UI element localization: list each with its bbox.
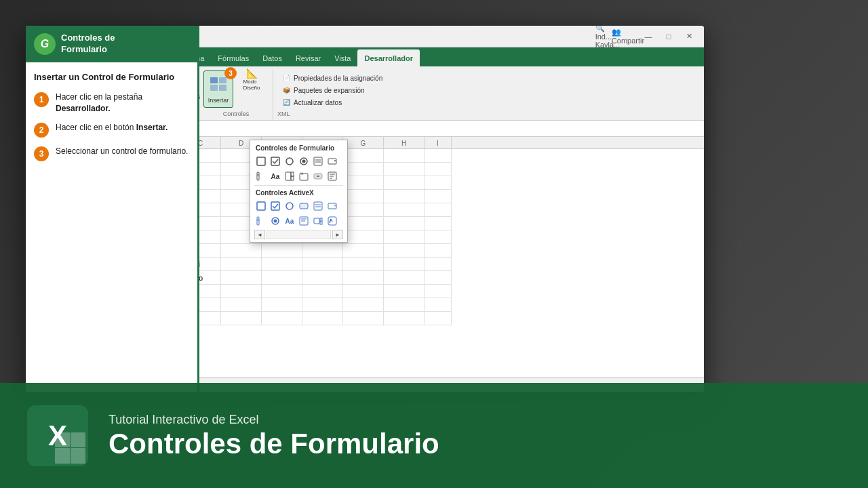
activex-ctrl-7[interactable] <box>254 215 268 227</box>
cell-i11[interactable] <box>425 285 452 298</box>
cell-g11[interactable] <box>343 285 384 298</box>
minimize-button[interactable]: — <box>639 29 658 44</box>
form-ctrl-aa-label[interactable]: Aa <box>269 170 282 182</box>
activex-ctrl-10[interactable] <box>297 215 311 227</box>
cell-g4[interactable] <box>343 190 384 203</box>
cell-e13[interactable] <box>262 312 302 325</box>
cell-f11[interactable] <box>302 285 343 298</box>
cell-g8[interactable] <box>343 244 384 258</box>
cell-h13[interactable] <box>384 312 425 325</box>
cell-d9[interactable] <box>221 258 262 271</box>
activex-ctrl-3[interactable] <box>283 200 296 212</box>
cell-i6[interactable] <box>425 217 452 230</box>
activex-ctrl-11[interactable] <box>311 215 325 227</box>
tab-datos[interactable]: Datos <box>256 49 289 66</box>
cell-d10[interactable] <box>221 271 262 285</box>
popup-scroll-right[interactable]: ► <box>332 230 343 239</box>
insertar-button[interactable]: Insertar 3 <box>203 70 233 108</box>
cell-e10[interactable] <box>262 271 302 285</box>
form-ctrl-radio[interactable] <box>283 155 296 167</box>
tab-revisar[interactable]: Revisar <box>289 49 328 66</box>
activex-ctrl-2[interactable] <box>269 200 282 212</box>
cell-h9[interactable] <box>384 258 425 271</box>
cell-h12[interactable] <box>384 298 425 312</box>
tab-vista[interactable]: Vista <box>328 49 357 66</box>
cell-e8[interactable] <box>262 244 302 258</box>
cell-g6[interactable] <box>343 217 384 230</box>
cell-e9[interactable] <box>262 258 302 271</box>
cell-e12[interactable] <box>262 298 302 312</box>
cell-g10[interactable] <box>343 271 384 285</box>
cell-g7[interactable] <box>343 230 384 244</box>
share-button[interactable]: 👥 Compartir <box>618 29 637 44</box>
activex-ctrl-6[interactable] <box>326 200 339 212</box>
cell-f8[interactable] <box>302 244 343 258</box>
paquetes-expansion-button[interactable]: 📦 Paquetes de expansión <box>280 84 384 96</box>
cell-h4[interactable] <box>384 190 425 203</box>
cell-e11[interactable] <box>262 285 302 298</box>
cell-g9[interactable] <box>343 258 384 271</box>
cell-f9[interactable] <box>302 258 343 271</box>
cell-i5[interactable] <box>425 203 452 217</box>
col-header-g[interactable]: G <box>343 137 384 149</box>
cell-f12[interactable] <box>302 298 343 312</box>
tab-desarrollador[interactable]: Desarrollador <box>357 49 420 66</box>
close-button[interactable]: ✕ <box>679 29 698 44</box>
cell-i12[interactable] <box>425 298 452 312</box>
cell-i1[interactable] <box>425 149 452 163</box>
activex-ctrl-1[interactable] <box>254 200 268 212</box>
form-ctrl-groupbox[interactable]: ⊞ <box>297 170 311 182</box>
cell-g1[interactable] <box>343 149 384 163</box>
form-ctrl-listbox[interactable] <box>311 155 325 167</box>
propiedades-asignacion-button[interactable]: 📄 Propiedades de la asignación <box>280 72 384 84</box>
col-header-i[interactable]: I <box>425 137 452 149</box>
cell-d12[interactable] <box>221 298 262 312</box>
cell-f10[interactable] <box>302 271 343 285</box>
cell-f13[interactable] <box>302 312 343 325</box>
cell-g13[interactable] <box>343 312 384 325</box>
cell-i2[interactable] <box>425 163 452 176</box>
cell-h8[interactable] <box>384 244 425 258</box>
cell-h1[interactable] <box>384 149 425 163</box>
cell-h6[interactable] <box>384 217 425 230</box>
form-ctrl-button[interactable] <box>311 170 325 182</box>
cell-h10[interactable] <box>384 271 425 285</box>
cell-g5[interactable] <box>343 203 384 217</box>
form-ctrl-checkbox[interactable] <box>254 155 268 167</box>
cell-i13[interactable] <box>425 312 452 325</box>
cell-d8[interactable] <box>221 244 262 258</box>
cell-i3[interactable] <box>425 176 452 190</box>
cell-g3[interactable] <box>343 176 384 190</box>
col-header-h[interactable]: H <box>384 137 425 149</box>
popup-scroll-left[interactable]: ◄ <box>254 230 265 239</box>
cell-i10[interactable] <box>425 271 452 285</box>
activex-ctrl-9[interactable]: Aa <box>283 215 296 227</box>
activex-ctrl-4[interactable] <box>297 200 311 212</box>
modo-diseno-button[interactable]: 📐 ModoDiseño <box>235 70 269 88</box>
form-ctrl-radiobutton[interactable] <box>297 155 311 167</box>
cell-d13[interactable] <box>221 312 262 325</box>
activex-ctrl-5[interactable] <box>311 200 325 212</box>
tab-formulas[interactable]: Fórmulas <box>211 49 256 66</box>
cell-h7[interactable] <box>384 230 425 244</box>
form-ctrl-checkbox-checked[interactable] <box>269 155 282 167</box>
actualizar-datos-button[interactable]: 🔄 Actualizar datos <box>280 96 384 108</box>
cell-h5[interactable] <box>384 203 425 217</box>
cell-h11[interactable] <box>384 285 425 298</box>
cell-i4[interactable] <box>425 190 452 203</box>
form-ctrl-scrollbar[interactable] <box>254 170 268 182</box>
cell-i9[interactable] <box>425 258 452 271</box>
cell-i8[interactable] <box>425 244 452 258</box>
cell-g12[interactable] <box>343 298 384 312</box>
cell-d11[interactable] <box>221 285 262 298</box>
maximize-button[interactable]: □ <box>659 29 678 44</box>
form-ctrl-extra[interactable] <box>326 170 339 182</box>
activex-ctrl-12[interactable] <box>326 215 339 227</box>
form-ctrl-combobox[interactable] <box>326 155 339 167</box>
cell-h2[interactable] <box>384 163 425 176</box>
cell-i7[interactable] <box>425 230 452 244</box>
cell-g2[interactable] <box>343 163 384 176</box>
form-ctrl-spinbox[interactable] <box>283 170 296 182</box>
cell-h3[interactable] <box>384 176 425 190</box>
activex-ctrl-8[interactable] <box>269 215 282 227</box>
